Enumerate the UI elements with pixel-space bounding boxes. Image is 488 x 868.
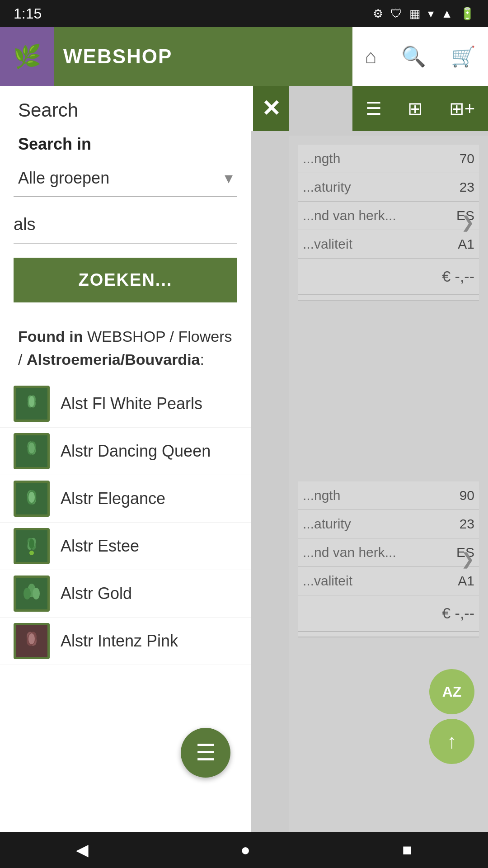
search-icon[interactable]: 🔍 [401,45,426,68]
close-button[interactable]: ✕ [253,86,289,131]
product-card-2: ...ngth 90 ...aturity 23 ...nd van herk.… [298,481,479,637]
dropdown-value: Alle groepen [18,169,109,188]
svg-point-24 [28,633,35,644]
maturity-value-2: 23 [460,516,474,532]
result-list: Alst Fl White Pearls Alstr Dancing Queen [0,376,251,670]
quality-label-2: ...valiteit [303,573,352,589]
length-row-2: ...ngth 90 [298,481,479,510]
logo-area: 🌿 [0,27,54,86]
maturity-label-1: ...aturity [303,179,351,195]
result-name-6: Alstr Intenz Pink [61,632,178,651]
wifi-icon: ▾ [428,7,434,21]
chevron-right-1[interactable]: ❯ [461,213,474,232]
quality-row-1: ...valiteit A1 [298,230,479,259]
result-item-1[interactable]: Alst Fl White Pearls [0,380,251,428]
battery-icon: 🔋 [460,7,474,21]
svg-point-19 [23,588,31,599]
search-text-input[interactable] [14,210,237,239]
gear-icon: ⚙ [373,7,383,21]
origin-label-2: ...nd van herk... [303,545,396,560]
length-value-2: 90 [460,488,474,503]
status-icons: ⚙ 🛡 ▦ ▾ ▲ 🔋 [373,7,474,21]
signal-icon: ▲ [441,7,453,21]
quality-value-1: A1 [458,236,474,252]
length-row-1: ...ngth 70 [298,145,479,173]
svg-point-15 [29,539,34,549]
result-thumb-2 [14,433,50,469]
price-1: € -,-- [442,268,474,285]
search-title: Search [0,86,251,126]
fab-icon: ☰ [196,740,216,766]
maturity-row-2: ...aturity 23 [298,510,479,538]
svg-point-3 [29,396,34,407]
result-thumb-5 [14,576,50,612]
bottom-nav: ◀ ● ■ [0,832,488,868]
maturity-row-1: ...aturity 23 [298,173,479,202]
top-header: 🌿 WEBSHOP ▾ ⌂ 🔍 🛒 [0,27,488,86]
zoeken-button[interactable]: ZOEKEN... [14,258,237,302]
quality-value-2: A1 [458,573,474,589]
result-item-6[interactable]: Alstr Intenz Pink [0,618,251,665]
maturity-value-1: 23 [460,179,474,195]
header-right-icons: ⌂ 🔍 🛒 [352,27,488,86]
price-row-1: € -,-- [298,259,479,295]
price-2: € -,-- [442,604,474,622]
result-item-5[interactable]: Alstr Gold [0,570,251,618]
chevron-right-2[interactable]: ❯ [461,550,474,569]
length-label-1: ...ngth [303,151,340,166]
result-name-4: Alstr Estee [61,537,139,556]
result-name-3: Alstr Elegance [61,489,165,508]
svg-point-7 [28,443,35,453]
result-item-2[interactable]: Alstr Dancing Queen [0,428,251,475]
logo-icon: 🌿 [13,43,41,70]
svg-point-16 [29,551,34,555]
result-item-4[interactable]: Alstr Estee [0,523,251,570]
result-thumb-6 [14,623,50,659]
dropdown-arrow-icon: ▾ [225,169,233,188]
origin-row-1: ...nd van herk... ES [298,202,479,230]
fab-button[interactable]: ☰ [181,728,230,778]
sort-up-icon: ↑ [447,730,457,753]
cart-icon[interactable]: 🛒 [451,45,476,68]
result-thumb-3 [14,481,50,517]
result-thumb-1 [14,386,50,422]
origin-row-2: ...nd van herk... ES [298,538,479,567]
back-button[interactable]: ◀ [76,840,89,859]
found-in-section: Found in WEBSHOP / Flowers / Alstroemeri… [0,316,251,376]
result-item-3[interactable]: Alstr Elegance [0,475,251,523]
quality-row-2: ...valiteit A1 [298,567,479,595]
maturity-label-2: ...aturity [303,516,351,532]
sort-az-label: AZ [442,684,462,700]
result-name-1: Alst Fl White Pearls [61,394,202,413]
list-view-icon[interactable]: ☰ [366,98,382,119]
add-column-icon[interactable]: ⊞+ [449,98,475,119]
sort-up-button[interactable]: ↑ [429,719,474,764]
result-thumb-4 [14,528,50,564]
result-name-5: Alstr Gold [61,584,132,603]
search-in-label: Search in [0,126,251,160]
grid-view-icon[interactable]: ⊞ [408,98,423,119]
result-name-2: Alstr Dancing Queen [61,442,211,461]
search-group-dropdown[interactable]: Alle groepen ▾ [14,160,237,197]
svg-point-11 [28,492,35,503]
home-button[interactable]: ● [240,840,250,859]
found-colon: : [200,351,204,368]
search-input-container [14,210,237,244]
found-prefix: Found in [18,328,87,345]
shield-icon: 🛡 [390,7,402,21]
sim-icon: ▦ [409,7,421,21]
product-card-1: ...ngth 70 ...aturity 23 ...nd van herk.… [298,145,479,301]
price-row-2: € -,-- [298,595,479,632]
sort-az-button[interactable]: AZ [429,669,474,714]
home-icon[interactable]: ⌂ [365,45,377,68]
origin-label-1: ...nd van herk... [303,208,396,223]
close-icon: ✕ [262,95,281,122]
status-time: 1:15 [14,5,42,22]
found-category: Alstroemeria/Bouvardia [27,351,200,368]
svg-point-20 [33,588,40,599]
app-container: 🌿 WEBSHOP ▾ ⌂ 🔍 🛒 🌐 🔍 ✿ ≡ [0,27,488,832]
right-toolbar: ☰ ⊞ ⊞+ [352,86,488,131]
status-bar: 1:15 ⚙ 🛡 ▦ ▾ ▲ 🔋 [0,0,488,27]
quality-label-1: ...valiteit [303,236,352,252]
recents-button[interactable]: ■ [402,840,412,859]
